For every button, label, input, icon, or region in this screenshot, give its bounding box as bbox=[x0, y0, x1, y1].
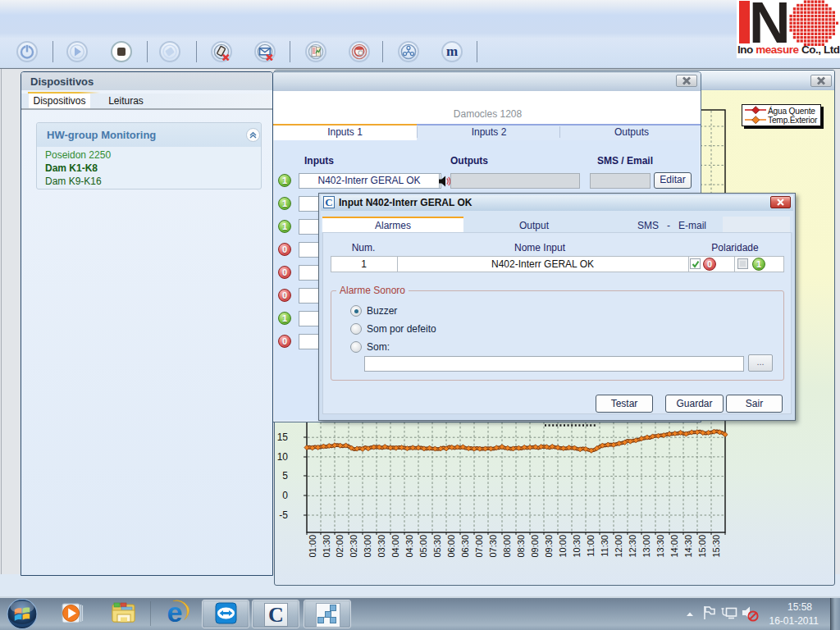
svg-text:e: e bbox=[167, 599, 183, 628]
